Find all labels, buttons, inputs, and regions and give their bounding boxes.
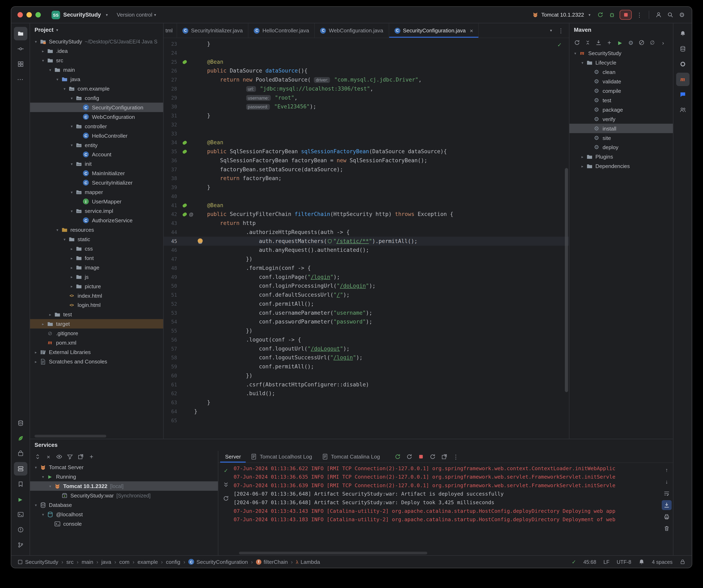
maven-item-compile[interactable]: ⚙compile xyxy=(569,86,673,95)
code-line-55[interactable]: 55 }) xyxy=(164,326,569,335)
soft-wrap-icon[interactable] xyxy=(662,488,672,498)
code-line-27[interactable]: 27 return new PooledDataSource( driver: … xyxy=(164,75,569,84)
line-number[interactable]: 53 xyxy=(164,310,180,316)
code-line-28[interactable]: 28 url: "jdbc:mysql://localhost:3306/tes… xyxy=(164,84,569,93)
goal-icon[interactable]: ⚙ xyxy=(626,38,636,48)
minimize-window-button[interactable] xyxy=(26,12,32,17)
refresh-icon[interactable] xyxy=(427,451,438,462)
line-number[interactable]: 29 xyxy=(164,95,180,101)
maven-item-install[interactable]: ⚙install xyxy=(569,124,673,133)
chevron-right-icon[interactable]: ▸ xyxy=(33,350,39,354)
maven-item-clean[interactable]: ⚙clean xyxy=(569,67,673,77)
line-number[interactable]: 23 xyxy=(164,41,180,47)
line-number[interactable]: 48 xyxy=(164,265,180,271)
expand-all-icon[interactable] xyxy=(33,452,43,461)
close-icon[interactable]: × xyxy=(44,452,53,461)
chevron-right-icon[interactable]: ▸ xyxy=(40,322,46,326)
project-item-image[interactable]: ▸image xyxy=(30,263,163,272)
run-configuration-select[interactable]: Tomcat 10.1.2322 ▾ xyxy=(532,12,591,18)
status-caret-position[interactable]: 45:68 xyxy=(583,559,596,565)
line-number[interactable]: 42 xyxy=(164,211,180,217)
project-item-mapper[interactable]: ▾mapper xyxy=(30,187,163,197)
project-item-target[interactable]: ▸target xyxy=(30,319,163,329)
editor-tab-hellocontroller-java[interactable]: CHelloController.java xyxy=(249,23,315,38)
project-item-maininitializer[interactable]: CMainInitializer xyxy=(30,169,163,178)
code-editor[interactable]: 23 }2425 @Bean26 public DataSource dataS… xyxy=(164,38,569,439)
debug-button[interactable] xyxy=(607,9,618,20)
chevron-down-icon[interactable]: ▾ xyxy=(69,96,75,100)
analysis-ok-icon[interactable]: ✓ xyxy=(572,559,576,565)
chevron-down-icon[interactable]: ▾ xyxy=(33,465,39,470)
clear-icon[interactable] xyxy=(662,523,672,533)
services-item-running[interactable]: ▾▶Running xyxy=(30,472,218,481)
user-button[interactable] xyxy=(653,9,664,20)
restart-icon[interactable] xyxy=(221,493,231,504)
breadcrumb-securitystudy[interactable]: SecurityStudy xyxy=(17,559,58,565)
intention-bulb-icon[interactable] xyxy=(198,239,203,243)
maven-item-dependencies[interactable]: ▸Dependencies xyxy=(569,161,673,171)
chevron-down-icon[interactable]: ▾ xyxy=(33,503,39,507)
code-line-30[interactable]: 30 password: "Eve123456"); xyxy=(164,102,569,111)
breadcrumb-src[interactable]: src xyxy=(66,559,74,565)
chevron-down-icon[interactable]: ▾ xyxy=(40,58,46,63)
code-line-61[interactable]: 61 .csrf(AbstractHttpConfigurer::disable… xyxy=(164,380,569,389)
status-line-separator[interactable]: LF xyxy=(603,559,609,565)
tool-terminal-icon[interactable] xyxy=(14,508,27,521)
project-item-hellocontroller[interactable]: CHelloController xyxy=(30,131,163,140)
chevron-right-icon[interactable]: ▸ xyxy=(579,155,585,159)
editor-tab-securityinitializer-java[interactable]: CSecurityInitializer.java xyxy=(177,23,249,38)
add-icon[interactable]: + xyxy=(605,38,614,48)
chevron-down-icon[interactable]: ▾ xyxy=(579,60,585,65)
tool-services-icon[interactable] xyxy=(14,462,27,476)
chevron-right-icon[interactable]: ▸ xyxy=(69,256,75,260)
code-line-25[interactable]: 25 @Bean xyxy=(164,57,569,66)
status-file-encoding[interactable]: UTF-8 xyxy=(617,559,631,565)
stop-icon[interactable] xyxy=(415,451,426,462)
chevron-down-icon[interactable]: ▾ xyxy=(40,474,46,479)
line-number[interactable]: 41 xyxy=(164,202,180,208)
line-number[interactable]: 59 xyxy=(164,364,180,369)
project-item-gitignore[interactable]: ⊘.gitignore xyxy=(30,328,163,338)
tool-persistence-icon[interactable] xyxy=(676,57,690,71)
chevron-down-icon[interactable]: ▾ xyxy=(69,124,75,129)
chevron-right-icon[interactable]: ▸ xyxy=(47,312,54,317)
breadcrumb-config[interactable]: config xyxy=(166,559,180,565)
line-number[interactable]: 31 xyxy=(164,113,180,118)
skip-tests-icon[interactable]: ∅ xyxy=(647,38,657,48)
line-number[interactable]: 38 xyxy=(164,175,180,181)
code-line-34[interactable]: 34 @Bean xyxy=(164,138,569,147)
chevron-down-icon[interactable]: ▾ xyxy=(47,484,54,488)
more-actions-button[interactable]: ⋮ xyxy=(634,9,645,20)
maven-item-validate[interactable]: ⚙validate xyxy=(569,77,673,86)
tool-bookmarks-icon[interactable] xyxy=(14,477,27,491)
collapse-all-icon[interactable] xyxy=(583,38,593,48)
chevron-down-icon[interactable]: ▾ xyxy=(69,162,75,166)
chevron-right-icon[interactable]: ▸ xyxy=(69,284,75,288)
services-item-tomcat-10-1-2322[interactable]: ▾Tomcat 10.1.2322[local] xyxy=(30,481,218,491)
line-number[interactable]: 57 xyxy=(164,346,180,352)
breadcrumb-main[interactable]: main xyxy=(82,559,93,565)
chevron-down-icon[interactable]: ▾ xyxy=(33,39,39,44)
code-line-57[interactable]: 57 conf.logoutUrl("/doLogout"); xyxy=(164,344,569,353)
maven-item-package[interactable]: ⚙package xyxy=(569,105,673,114)
code-line-32[interactable]: 32 xyxy=(164,120,569,129)
line-number[interactable]: 65 xyxy=(164,418,180,423)
project-item-securityconfiguration[interactable]: CSecurityConfiguration xyxy=(30,103,163,112)
line-number[interactable]: 30 xyxy=(164,104,180,109)
code-line-59[interactable]: 59 conf.permitAll(); xyxy=(164,362,569,371)
services-item-securitystudy-war[interactable]: SecurityStudy:war[Synchronized] xyxy=(30,491,218,500)
restart-icon[interactable] xyxy=(404,451,415,462)
close-window-button[interactable] xyxy=(17,12,23,17)
chevron-down-icon[interactable]: ▾ xyxy=(69,208,75,213)
tool-chat-icon[interactable] xyxy=(676,88,690,101)
breadcrumb-example[interactable]: example xyxy=(138,559,158,565)
project-item-controller[interactable]: ▾controller xyxy=(30,121,163,131)
code-line-49[interactable]: 49 conf.loginPage("/login"); xyxy=(164,272,569,281)
code-line-63[interactable]: 63 } xyxy=(164,398,569,407)
code-line-44[interactable]: 44 .authorizeHttpRequests(auth -> { xyxy=(164,228,569,237)
filter-icon[interactable] xyxy=(65,452,75,461)
tool-spring-icon[interactable] xyxy=(14,432,27,445)
close-tab-icon[interactable]: × xyxy=(470,27,473,34)
project-item-external-libraries[interactable]: ▸External Libraries xyxy=(30,347,163,357)
line-number[interactable]: 62 xyxy=(164,391,180,396)
